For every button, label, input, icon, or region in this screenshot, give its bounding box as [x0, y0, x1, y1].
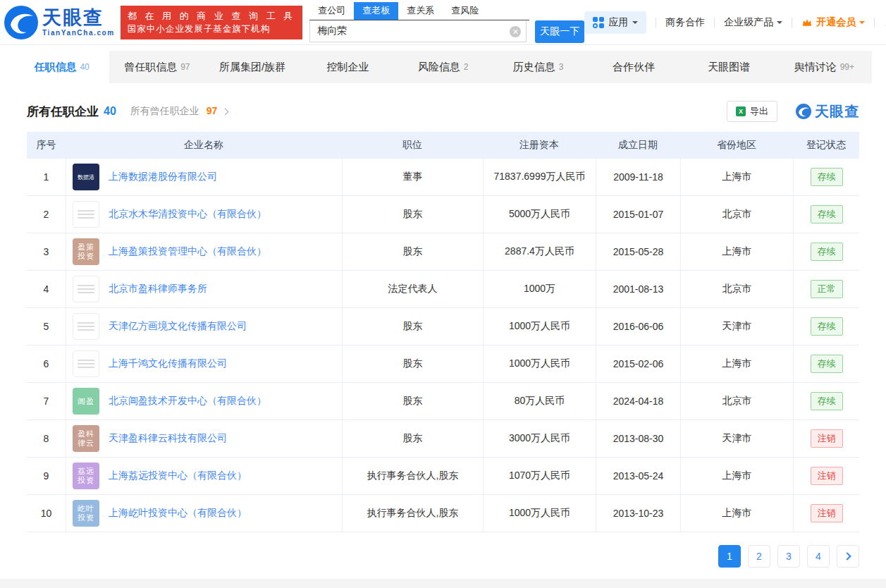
- search-input[interactable]: [309, 21, 527, 42]
- position-cell: 股东: [342, 233, 483, 270]
- position-cell: 法定代表人: [342, 271, 483, 307]
- province-cell: 天津市: [680, 420, 793, 457]
- apps-label: 应用: [608, 16, 628, 29]
- company-logo: [73, 201, 99, 228]
- site-domain: TianYanCha.com: [42, 30, 115, 37]
- column-header: 注册资本: [483, 132, 596, 159]
- status-badge: 存续: [811, 168, 843, 186]
- company-link[interactable]: 上海盈策投资管理中心（有限合伙）: [109, 245, 266, 258]
- province-cell: 上海市: [680, 345, 793, 382]
- site-logo[interactable]: 天眼查 TianYanCha.com: [4, 6, 115, 39]
- company-link[interactable]: 北京水木华清投资中心（有限合伙）: [109, 208, 266, 221]
- company-logo: 盈科律云: [73, 425, 99, 452]
- status-badge: 注销: [811, 429, 843, 448]
- clear-search-icon[interactable]: ✕: [510, 26, 521, 37]
- row-index: 4: [27, 271, 66, 307]
- capital-cell: 1000万人民币: [483, 495, 596, 532]
- divider: [656, 18, 656, 27]
- apps-grid-icon: [593, 17, 604, 28]
- export-label: 导出: [750, 105, 768, 118]
- tianyancha-logo-icon: [4, 6, 38, 39]
- company-logo: [73, 350, 99, 377]
- date-cell: 2015-01-07: [596, 196, 680, 233]
- former-positions-count: 97: [207, 105, 218, 116]
- vip-menu[interactable]: 开通会员: [801, 16, 865, 29]
- tab-所属集团/族群[interactable]: 所属集团/族群: [204, 51, 300, 83]
- tab-曾任职信息[interactable]: 曾任职信息97: [109, 51, 204, 83]
- company-link[interactable]: 北京阊盈技术开发中心（有限合伙）: [109, 395, 266, 408]
- column-header: 省份地区: [680, 132, 793, 159]
- table-row: 6 上海千鸿文化传播有限公司 股东 1000万人民币 2015-02-06 上海…: [27, 345, 859, 383]
- row-index: 1: [27, 159, 66, 195]
- row-index: 8: [27, 420, 66, 457]
- date-cell: 2001-08-13: [596, 271, 680, 307]
- search-area: 查公司查老板查关系查风险 ✕ 天眼一下: [309, 2, 584, 43]
- status-badge: 注销: [811, 467, 843, 485]
- search-tab[interactable]: 查关系: [398, 2, 443, 20]
- date-cell: 2013-05-24: [596, 458, 680, 494]
- company-link[interactable]: 北京市盈科律师事务所: [109, 283, 207, 295]
- footer-strip: [0, 579, 886, 588]
- position-cell: 股东: [342, 383, 483, 419]
- chevron-down-icon: [632, 21, 638, 27]
- search-tab[interactable]: 查风险: [443, 2, 487, 20]
- search-button[interactable]: 天眼一下: [535, 20, 584, 43]
- divider: [714, 18, 715, 27]
- province-cell: 上海市: [680, 233, 793, 270]
- business-label: 商务合作: [665, 16, 705, 29]
- company-link[interactable]: 上海屹叶投资中心（有限合伙）: [109, 507, 247, 520]
- company-logo: 盈策投资: [73, 238, 99, 265]
- capital-cell: 2887.4万人民币: [483, 233, 596, 270]
- page-button-4[interactable]: 4: [807, 545, 830, 568]
- status-badge: 正常: [811, 280, 843, 298]
- page-button-2[interactable]: 2: [748, 545, 770, 568]
- pagination: 1234: [27, 545, 859, 568]
- company-link[interactable]: 上海荔远投资中心（有限合伙）: [109, 470, 247, 482]
- status-badge: 存续: [811, 317, 843, 336]
- top-nav: 应用 商务合作 企业级产品 开通会员: [584, 11, 886, 34]
- page-button-3[interactable]: 3: [777, 545, 800, 568]
- company-logo: 数据港: [73, 164, 99, 190]
- tab-历史信息[interactable]: 历史信息3: [491, 51, 586, 83]
- table-row: 4 北京市盈科律师事务所 法定代表人 1000万 2001-08-13 北京市 …: [27, 271, 859, 308]
- tab-天眼图谱[interactable]: 天眼图谱: [682, 51, 777, 83]
- table-row: 8 盈科律云 天津盈科律云科技有限公司 股东 3000万人民币 2013-08-…: [27, 420, 859, 458]
- chevron-right-icon: [222, 109, 229, 116]
- table-row: 5 天津亿方画境文化传播有限公司 股东 1000万人民币 2016-06-06 …: [27, 308, 859, 345]
- next-page-button[interactable]: [837, 545, 859, 568]
- company-link[interactable]: 天津盈科律云科技有限公司: [109, 432, 227, 445]
- nav-item-business[interactable]: 商务合作: [665, 16, 705, 29]
- capital-cell: 1000万人民币: [483, 345, 596, 382]
- export-button[interactable]: X 导出: [727, 101, 777, 122]
- tab-舆情讨论[interactable]: 舆情讨论99+: [777, 51, 872, 83]
- company-link[interactable]: 上海数据港股份有限公司: [109, 171, 217, 183]
- tianyancha-watermark-icon: [796, 104, 811, 119]
- date-cell: 2016-06-06: [596, 308, 680, 345]
- watermark-logo: 天眼查: [796, 102, 859, 121]
- apps-menu[interactable]: 应用: [584, 11, 646, 34]
- search-tab[interactable]: 查公司: [309, 2, 354, 20]
- company-link[interactable]: 上海千鸿文化传播有限公司: [109, 357, 227, 370]
- company-link[interactable]: 天津亿方画境文化传播有限公司: [109, 320, 247, 333]
- company-logo: 屹叶投资: [73, 500, 99, 527]
- former-positions-link[interactable]: 所有曾任职企业 97: [130, 105, 228, 118]
- position-cell: 执行事务合伙人,股东: [342, 458, 483, 494]
- nav-item-enterprise[interactable]: 企业级产品: [724, 16, 782, 29]
- column-header: 企业名称: [66, 132, 342, 159]
- position-cell: 股东: [342, 345, 483, 382]
- table-row: 1 数据港 上海数据港股份有限公司 董事 71837.6999万人民币 2009…: [27, 159, 859, 196]
- section-tabbar: 任职信息40曾任职信息97所属集团/族群控制企业风险信息2历史信息3合作伙伴天眼…: [14, 51, 872, 83]
- position-cell: 股东: [342, 308, 483, 345]
- tab-风险信息[interactable]: 风险信息2: [395, 51, 491, 83]
- divider: [792, 18, 792, 27]
- date-cell: 2009-11-18: [596, 159, 680, 195]
- vip-label: 开通会员: [816, 16, 856, 29]
- capital-cell: 1070万人民币: [483, 458, 596, 494]
- date-cell: 2024-04-18: [596, 383, 680, 419]
- page-button-1[interactable]: 1: [718, 545, 741, 568]
- search-tab[interactable]: 查老板: [354, 2, 398, 20]
- tab-任职信息[interactable]: 任职信息40: [14, 51, 109, 83]
- tab-控制企业[interactable]: 控制企业: [300, 51, 395, 83]
- tab-合作伙伴[interactable]: 合作伙伴: [586, 51, 681, 83]
- site-name: 天眼查: [42, 7, 104, 28]
